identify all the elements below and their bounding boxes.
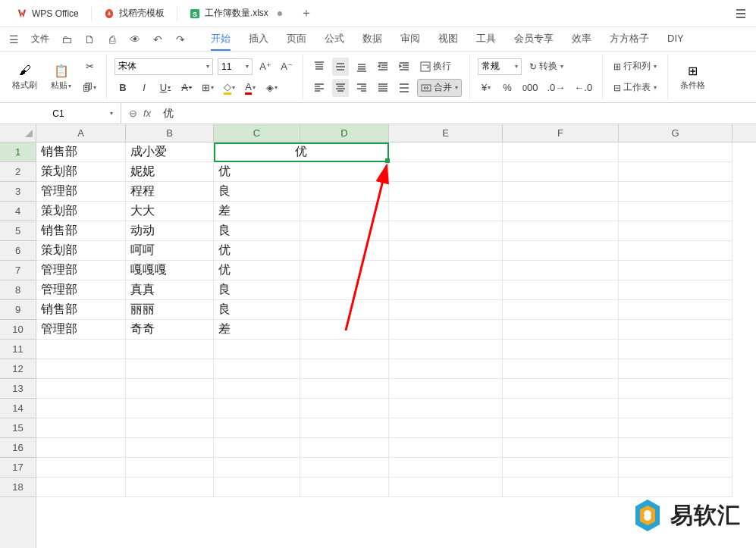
cell[interactable] xyxy=(389,241,503,261)
cell[interactable] xyxy=(389,202,503,221)
cell[interactable] xyxy=(619,418,732,438)
cell[interactable] xyxy=(619,458,732,478)
cell[interactable] xyxy=(619,359,732,379)
bold-button[interactable]: B xyxy=(114,79,131,97)
cell[interactable] xyxy=(503,202,619,221)
strike-button[interactable]: A▾ xyxy=(178,79,195,97)
cell[interactable] xyxy=(300,221,389,241)
cell[interactable] xyxy=(619,142,732,162)
cell[interactable] xyxy=(503,418,619,438)
cell[interactable]: 程程 xyxy=(126,182,214,202)
cell[interactable] xyxy=(300,399,389,418)
distribute-icon[interactable] xyxy=(396,79,413,97)
new-tab-button[interactable]: ＋ xyxy=(297,5,315,23)
decrease-font-icon[interactable]: A⁻ xyxy=(278,58,295,76)
cell[interactable]: 动动 xyxy=(126,221,214,241)
cell[interactable] xyxy=(36,438,126,458)
cell[interactable] xyxy=(503,399,619,418)
app-name-tab[interactable]: WPS Office xyxy=(6,3,89,24)
row-header-10[interactable]: 10 xyxy=(0,320,36,340)
cell[interactable] xyxy=(619,438,732,458)
fill-color-button[interactable]: ◇▾ xyxy=(221,79,237,97)
cell[interactable] xyxy=(503,379,619,399)
row-header-5[interactable]: 5 xyxy=(0,221,36,241)
cell[interactable]: 良 xyxy=(214,280,300,300)
row-header-8[interactable]: 8 xyxy=(0,280,36,300)
cell[interactable] xyxy=(503,142,619,162)
tab-formula[interactable]: 公式 xyxy=(325,27,344,51)
cell[interactable] xyxy=(619,379,732,399)
quick-menu-icon[interactable]: ☰ xyxy=(6,32,21,47)
cell[interactable] xyxy=(389,458,503,478)
cell[interactable]: 策划部 xyxy=(36,241,126,261)
column-header-E[interactable]: E xyxy=(389,124,503,142)
font-color-button[interactable]: A▾ xyxy=(242,79,259,97)
cell[interactable] xyxy=(36,399,126,418)
cell[interactable] xyxy=(503,340,619,359)
cell[interactable]: 呵呵 xyxy=(126,241,214,261)
cell[interactable]: 销售部 xyxy=(36,221,126,241)
cell[interactable] xyxy=(300,320,389,340)
tab-data[interactable]: 数据 xyxy=(362,27,382,51)
cell[interactable] xyxy=(300,379,389,399)
cell[interactable] xyxy=(389,379,503,399)
new-icon[interactable]: 🗋 xyxy=(82,32,97,47)
font-size-select[interactable]: 11▾ xyxy=(218,58,253,75)
cell[interactable] xyxy=(126,340,214,359)
cell[interactable]: 管理部 xyxy=(36,261,126,280)
row-header-14[interactable]: 14 xyxy=(0,399,36,418)
cell[interactable] xyxy=(126,458,214,478)
cell[interactable] xyxy=(300,241,389,261)
cell[interactable] xyxy=(300,261,389,280)
row-header-6[interactable]: 6 xyxy=(0,241,36,261)
cell[interactable]: 大大 xyxy=(126,202,214,221)
row-header-18[interactable]: 18 xyxy=(0,478,36,497)
indent-decrease-icon[interactable] xyxy=(375,58,391,76)
format-painter-button[interactable]: 🖌 格式刷 xyxy=(8,60,42,94)
cell[interactable] xyxy=(36,340,126,359)
cell[interactable] xyxy=(36,359,126,379)
cell[interactable] xyxy=(126,438,214,458)
cell[interactable] xyxy=(214,478,300,497)
cell[interactable] xyxy=(300,182,389,202)
cell[interactable] xyxy=(300,300,389,320)
row-header-12[interactable]: 12 xyxy=(0,359,36,379)
number-format-select[interactable]: 常规▾ xyxy=(478,58,522,75)
row-header-15[interactable]: 15 xyxy=(0,418,36,438)
cell[interactable] xyxy=(300,359,389,379)
row-header-17[interactable]: 17 xyxy=(0,458,36,478)
cell[interactable] xyxy=(503,438,619,458)
undo-icon[interactable]: ↶ xyxy=(150,32,165,47)
row-header-7[interactable]: 7 xyxy=(0,261,36,280)
namebox-dropdown-icon[interactable]: ▾ xyxy=(110,110,113,117)
cell[interactable] xyxy=(389,162,503,182)
cut-icon[interactable]: ✂ xyxy=(80,58,99,76)
cell[interactable]: 妮妮 xyxy=(126,162,214,182)
cell[interactable] xyxy=(126,478,214,497)
column-header-G[interactable]: G xyxy=(619,124,732,142)
tab-member[interactable]: 会员专享 xyxy=(514,27,554,51)
cell[interactable] xyxy=(503,300,619,320)
cell[interactable]: 奇奇 xyxy=(126,320,214,340)
cell[interactable] xyxy=(214,438,300,458)
cell[interactable] xyxy=(389,438,503,458)
cell[interactable] xyxy=(214,340,300,359)
cell[interactable] xyxy=(300,162,389,182)
worksheet-button[interactable]: ⊟ 工作表▾ xyxy=(610,79,660,97)
formula-input[interactable]: 优 xyxy=(158,107,756,121)
cell[interactable] xyxy=(503,182,619,202)
column-header-D[interactable]: D xyxy=(300,124,389,142)
select-all-corner[interactable] xyxy=(0,124,36,142)
tab-insert[interactable]: 插入 xyxy=(249,27,268,51)
cell[interactable] xyxy=(389,300,503,320)
save-icon[interactable]: 🗀 xyxy=(59,32,74,47)
cell[interactable] xyxy=(126,379,214,399)
percent-icon[interactable]: % xyxy=(499,79,516,97)
tab-review[interactable]: 审阅 xyxy=(400,27,420,51)
column-header-F[interactable]: F xyxy=(503,124,619,142)
cell[interactable] xyxy=(503,320,619,340)
indent-increase-icon[interactable] xyxy=(396,58,413,76)
cell[interactable] xyxy=(300,340,389,359)
wrap-text-button[interactable]: 换行 xyxy=(417,58,454,76)
cell[interactable] xyxy=(389,182,503,202)
